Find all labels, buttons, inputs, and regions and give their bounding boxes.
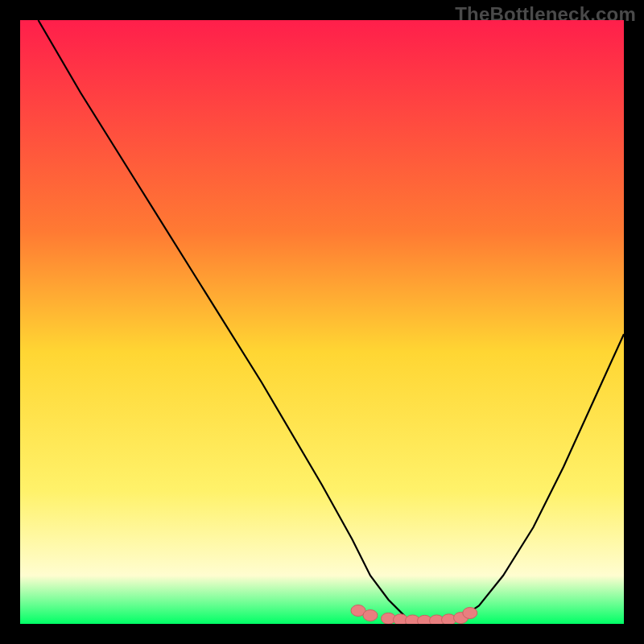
plot-svg [20,20,624,624]
gradient-background [20,20,624,624]
optimal-marker [463,608,477,619]
chart-frame: TheBottleneck.com [0,0,644,644]
bottleneck-plot [20,20,624,624]
optimal-marker [363,610,378,621]
